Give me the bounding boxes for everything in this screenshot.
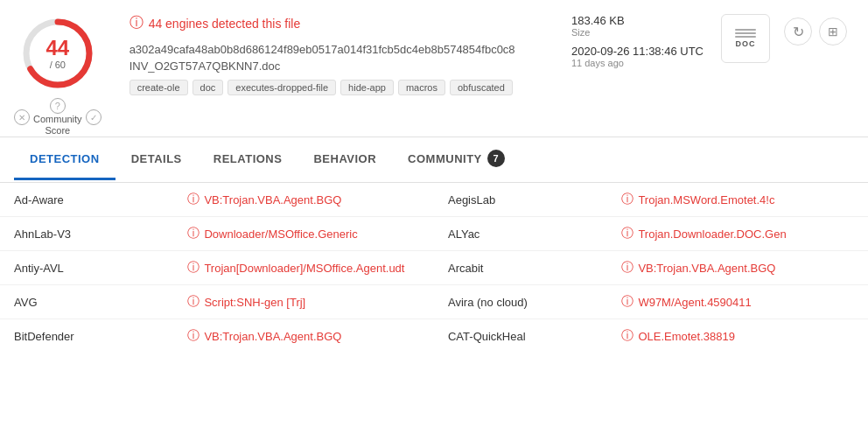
threat-right-1: ⓘ Trojan.Downloader.DOC.Gen [607,217,868,251]
action-buttons: ↻ ⊞ [777,14,854,46]
threat-icon-right-4: ⓘ [621,328,634,344]
threat-icon-right-0: ⓘ [621,192,634,207]
threat-name-right-4[interactable]: OLE.Emotet.38819 [638,330,735,343]
score-denominator: / 60 [46,60,69,70]
threat-name-right-3[interactable]: W97M/Agent.4590411 [638,296,751,309]
tag-item: executes-dropped-file [228,80,336,95]
table-row: Antiy-AVL ⓘ Trojan[Downloader]/MSOffice.… [0,251,868,285]
like-button[interactable]: ✓ [86,109,102,125]
threat-name-left-2[interactable]: Trojan[Downloader]/MSOffice.Agent.udt [204,262,404,275]
tab-detection[interactable]: DETECTION [14,140,116,180]
alert-icon: ⓘ [130,14,144,32]
file-date-ago: 11 days ago [571,58,704,68]
engine-left-0: Ad-Aware [0,183,173,217]
tab-details[interactable]: DETAILS [116,140,198,180]
threat-name-right-2[interactable]: VB:Trojan.VBA.Agent.BGQ [638,262,775,275]
engine-right-3: Avira (no cloud) [434,285,607,319]
engine-left-4: BitDefender [0,319,173,354]
engine-right-0: AegisLab [434,183,607,217]
file-size-value: 183.46 KB [571,14,704,27]
engine-right-1: ALYac [434,217,607,251]
threat-icon-right-1: ⓘ [621,226,634,242]
tabs-row: DETECTION DETAILS RELATIONS BEHAVIOR COM… [0,137,868,183]
threat-right-2: ⓘ VB:Trojan.VBA.Agent.BGQ [607,251,868,285]
grid-button[interactable]: ⊞ [819,18,847,46]
threat-icon-right-2: ⓘ [621,260,634,276]
meta-section: 183.46 KB Size 2020-09-26 11:38:46 UTC 1… [561,14,714,68]
threat-icon-right-3: ⓘ [621,294,634,310]
table-row: AVG ⓘ Script:SNH-gen [Trj] Avira (no clo… [0,285,868,319]
score-value: 44 [46,37,69,60]
file-name: INV_O2GT57A7QBKNN7.doc [130,60,547,73]
threat-left-4: ⓘ VB:Trojan.VBA.Agent.BGQ [173,319,434,354]
file-size-label: Size [571,27,704,38]
doc-icon-section: DOC [714,14,777,63]
table-row: BitDefender ⓘ VB:Trojan.VBA.Agent.BGQ CA… [0,319,868,354]
threat-icon-left-2: ⓘ [187,260,200,276]
doc-line-2 [735,32,756,34]
threat-name-right-1[interactable]: Trojan.Downloader.DOC.Gen [638,228,786,241]
score-section: 44 / 60 ✕ ? CommunityScore ✓ [14,14,116,136]
threat-icon-left-4: ⓘ [187,328,200,344]
threat-name-left-0[interactable]: VB:Trojan.VBA.Agent.BGQ [204,193,341,206]
file-date-value: 2020-09-26 11:38:46 UTC [571,45,704,58]
reload-button[interactable]: ↻ [784,18,812,46]
community-badge: 7 [487,150,505,167]
doc-line-3 [735,36,756,38]
community-score-label: CommunityScore [33,114,82,136]
threat-left-1: ⓘ Downloader/MSOffice.Generic [173,217,434,251]
tab-behavior[interactable]: BEHAVIOR [298,140,392,180]
threat-left-0: ⓘ VB:Trojan.VBA.Agent.BGQ [173,183,434,217]
engine-right-4: CAT-QuickHeal [434,319,607,354]
doc-icon-lines [735,29,756,38]
doc-icon-box: DOC [721,14,770,63]
doc-line-1 [735,29,756,31]
threat-left-2: ⓘ Trojan[Downloader]/MSOffice.Agent.udt [173,251,434,285]
alert-text: 44 engines detected this file [149,17,301,31]
file-hash: a302a49cafa48ab0b8d686124f89eb0517a014f3… [130,43,547,56]
engine-right-2: Arcabit [434,251,607,285]
tab-community[interactable]: COMMUNITY 7 [392,137,521,182]
threat-right-4: ⓘ OLE.Emotet.38819 [607,319,868,354]
threat-left-3: ⓘ Script:SNH-gen [Trj] [173,285,434,319]
community-score-row: ✕ ? CommunityScore ✓ [14,98,102,136]
threat-icon-left-3: ⓘ [187,294,200,310]
doc-type-label: DOC [736,39,756,48]
threat-name-left-4[interactable]: VB:Trojan.VBA.Agent.BGQ [204,330,341,343]
threat-right-3: ⓘ W97M/Agent.4590411 [607,285,868,319]
tag-item: obfuscated [450,80,513,95]
tag-item: macros [398,80,445,95]
file-info-section: ⓘ 44 engines detected this file a302a49c… [116,14,561,95]
engine-left-1: AhnLab-V3 [0,217,173,251]
tags-row: create-oledocexecutes-dropped-filehide-a… [130,80,547,95]
threat-name-right-0[interactable]: Trojan.MSWord.Emotet.4!c [638,193,774,206]
threat-icon-left-1: ⓘ [187,226,200,242]
engine-left-2: Antiy-AVL [0,251,173,285]
tab-relations[interactable]: RELATIONS [198,140,298,180]
threat-name-left-3[interactable]: Script:SNH-gen [Trj] [204,296,305,309]
alert-row: ⓘ 44 engines detected this file [130,14,547,32]
threat-icon-left-0: ⓘ [187,192,200,207]
threat-name-left-1[interactable]: Downloader/MSOffice.Generic [204,228,357,241]
detection-table: Ad-Aware ⓘ VB:Trojan.VBA.Agent.BGQ Aegis… [0,183,868,353]
dislike-button[interactable]: ✕ [14,109,30,125]
score-donut: 44 / 60 [18,14,97,93]
engine-left-3: AVG [0,285,173,319]
threat-right-0: ⓘ Trojan.MSWord.Emotet.4!c [607,183,868,217]
tag-item: hide-app [340,80,394,95]
tag-item: create-ole [130,80,188,95]
community-score-question[interactable]: ? [50,98,66,114]
tag-item: doc [192,80,224,95]
table-row: AhnLab-V3 ⓘ Downloader/MSOffice.Generic … [0,217,868,251]
table-row: Ad-Aware ⓘ VB:Trojan.VBA.Agent.BGQ Aegis… [0,183,868,217]
